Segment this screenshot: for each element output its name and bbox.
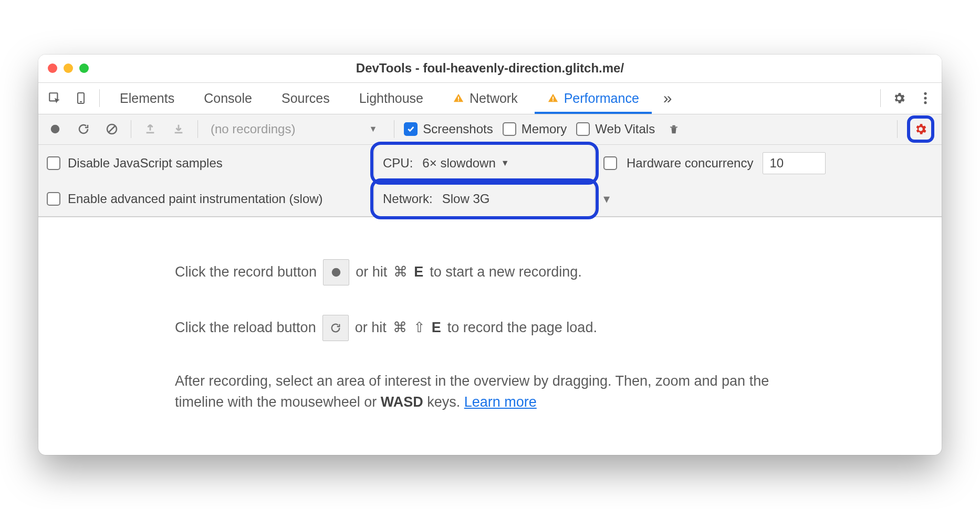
memory-checkbox[interactable]: Memory [503,122,567,136]
network-value: Slow 3G [442,192,490,206]
inspect-icon[interactable] [44,87,66,109]
separator [99,89,100,107]
network-label: Network: [383,192,433,206]
separator [880,89,881,107]
svg-point-8 [924,97,926,99]
cpu-value: 6× slowdown [422,156,495,171]
recordings-dropdown[interactable]: (no recordings) ▼ [207,122,384,136]
device-toolbar-icon[interactable] [70,87,92,109]
chevron-down-icon: ▼ [369,124,377,134]
hw-concurrency-checkbox[interactable] [603,156,617,170]
title-bar: DevTools - foul-heavenly-direction.glitc… [38,55,942,83]
learn-more-link[interactable]: Learn more [464,394,537,410]
garbage-collect-icon[interactable] [664,120,683,139]
settings-icon[interactable] [888,87,910,109]
separator [131,120,131,138]
minimize-window-button[interactable] [64,63,73,73]
separator [897,120,898,138]
capture-settings-panel: Disable JavaScript samples CPU: 6× slowd… [38,145,942,217]
tab-sources[interactable]: Sources [269,83,342,114]
svg-line-12 [109,126,115,132]
cpu-throttle-dropdown[interactable]: CPU: 6× slowdown ▼ [374,145,595,182]
window-controls [48,63,89,73]
disable-js-checkbox[interactable]: Disable JavaScript samples [38,145,374,182]
save-profile-icon[interactable] [169,120,188,139]
network-throttle-dropdown[interactable]: Network: Slow 3G [374,182,595,216]
svg-point-9 [924,101,926,104]
advanced-paint-checkbox[interactable]: Enable advanced paint instrumentation (s… [38,182,374,216]
svg-rect-3 [458,97,459,100]
svg-point-7 [924,92,926,95]
recordings-label: (no recordings) [211,122,295,136]
after-recording-hint: After recording, select an area of inter… [175,370,805,413]
hw-concurrency-label: Hardware concurrency [627,156,753,171]
reload-button-preview [322,315,349,341]
devtools-window: DevTools - foul-heavenly-direction.glitc… [38,55,942,455]
hardware-concurrency-row: Hardware concurrency [595,145,942,182]
hints-panel: Click the record button or hit ⌘ E to st… [38,217,942,455]
web-vitals-checkbox[interactable]: Web Vitals [576,122,655,136]
kebab-menu-icon[interactable] [914,87,936,109]
checkbox-icon [47,192,60,206]
separator [197,120,198,138]
svg-rect-6 [552,100,554,101]
checkbox-checked-icon [404,122,418,136]
screenshots-checkbox[interactable]: Screenshots [404,122,493,136]
svg-rect-5 [552,97,554,100]
more-tabs-button[interactable]: » [656,89,680,107]
chevron-down-icon: ▾ [603,192,610,206]
hw-concurrency-input[interactable] [763,152,826,174]
checkbox-icon [576,122,590,136]
chevron-down-icon: ▼ [501,158,509,168]
tab-elements[interactable]: Elements [107,83,187,114]
svg-rect-13 [147,132,154,134]
capture-settings-button[interactable] [907,115,934,143]
svg-rect-4 [458,100,459,101]
performance-toolbar: (no recordings) ▼ Screenshots Memory Web… [38,114,942,145]
clear-button[interactable] [102,120,121,139]
cpu-label: CPU: [383,156,413,171]
reload-hint: Click the reload button or hit ⌘ ⇧ E to … [175,315,805,341]
svg-rect-15 [672,125,675,127]
maximize-window-button[interactable] [79,63,89,73]
window-title: DevTools - foul-heavenly-direction.glitc… [38,61,942,76]
svg-point-10 [51,125,60,134]
tab-console[interactable]: Console [191,83,265,114]
close-window-button[interactable] [48,63,57,73]
svg-point-16 [332,268,341,277]
tab-performance[interactable]: Performance [535,83,652,114]
svg-rect-14 [175,132,183,134]
warning-icon [547,92,559,104]
record-button-preview [323,259,349,285]
record-button[interactable] [46,120,65,139]
tab-network[interactable]: Network [440,83,530,114]
separator [394,120,394,138]
record-hint: Click the record button or hit ⌘ E to st… [175,259,805,285]
load-profile-icon[interactable] [141,120,160,139]
reload-record-button[interactable] [74,120,93,139]
devtools-tabs: Elements Console Sources Lighthouse Netw… [38,83,942,114]
empty-cell: ▾ [595,182,942,216]
warning-icon [453,92,464,104]
checkbox-icon [503,122,516,136]
tab-lighthouse[interactable]: Lighthouse [347,83,436,114]
checkbox-icon [47,156,60,170]
